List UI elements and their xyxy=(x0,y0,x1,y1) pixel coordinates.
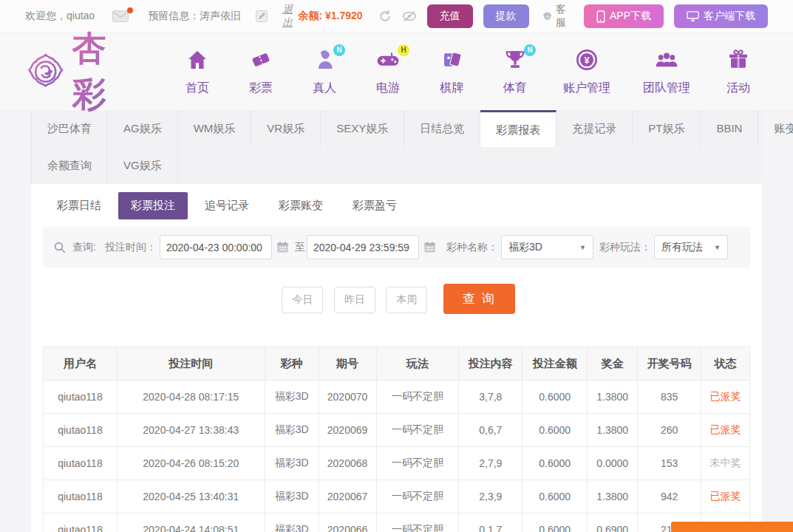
chevron-down-icon: ▼ xyxy=(714,244,721,251)
sub-tabs: 彩票日结 彩票投注 追号记录 彩票账变 彩票盈亏 xyxy=(43,184,750,219)
search-icon xyxy=(53,241,67,254)
edit-icon[interactable] xyxy=(256,10,268,22)
logout-link[interactable]: 退出 xyxy=(282,3,298,30)
floating-widget-bar[interactable] xyxy=(671,522,793,532)
cell-bet-amount: 0.6000 xyxy=(523,480,588,514)
withdraw-button[interactable]: 提款 xyxy=(483,4,529,28)
tab-shaba-sports[interactable]: 沙巴体育 xyxy=(31,110,108,147)
refresh-icon[interactable] xyxy=(378,9,392,24)
lottery-name-select[interactable]: 福彩3D ▼ xyxy=(501,235,593,259)
nav-team[interactable]: 团队管理 xyxy=(630,48,704,96)
cell-lottery: 福彩3D xyxy=(265,480,319,514)
status-badge: 已派奖 xyxy=(701,414,750,447)
reserved-label: 预留信息： xyxy=(148,10,200,23)
subtab-lottery-daily[interactable]: 彩票日结 xyxy=(44,192,114,219)
hide-balance-icon[interactable] xyxy=(401,10,418,23)
cell-bet-time: 2020-04-26 08:15:20 xyxy=(117,447,265,480)
live-icon: N xyxy=(313,48,336,75)
home-icon xyxy=(186,48,209,75)
cell-lottery: 福彩3D xyxy=(265,414,319,447)
brand-name: 杏彩 xyxy=(72,26,123,117)
lottery-name-label: 彩种名称： xyxy=(446,241,498,254)
customer-service[interactable]: 客服 xyxy=(542,3,571,30)
today-button[interactable]: 今日 xyxy=(282,287,323,313)
deposit-button[interactable]: 充值 xyxy=(427,4,473,28)
tab-balance-query[interactable]: 余额查询 xyxy=(31,147,108,184)
subtab-lottery-pnl[interactable]: 彩票盈亏 xyxy=(340,192,409,219)
cell-play-type: 一码不定胆 xyxy=(376,480,459,514)
coin-icon: ¥ xyxy=(575,48,599,75)
col-play-type: 玩法 xyxy=(376,347,459,381)
nav-egames[interactable]: H 电游 xyxy=(359,48,417,96)
play-type-label: 彩种玩法： xyxy=(599,241,651,254)
tab-bbin[interactable]: BBIN xyxy=(701,110,758,147)
tab-deposit-withdraw-records[interactable]: 充提记录 xyxy=(557,110,633,147)
cell-lottery: 福彩3D xyxy=(265,514,319,532)
tab-sexy[interactable]: SEXY娱乐 xyxy=(321,110,404,147)
bets-table: 用户名 投注时间 彩种 期号 玩法 投注内容 投注金额 奖金 开奖号码 状态 q… xyxy=(43,347,750,532)
client-download-button[interactable]: 客户端下载 xyxy=(674,4,768,28)
nav-live[interactable]: N 真人 xyxy=(296,48,353,96)
tab-lottery-report[interactable]: 彩票报表 xyxy=(480,110,557,147)
date-to-input[interactable] xyxy=(307,235,419,259)
tab-vr[interactable]: VR娱乐 xyxy=(251,110,321,147)
tab-pt[interactable]: PT娱乐 xyxy=(633,110,701,147)
brand-logo[interactable]: 杏彩 xyxy=(27,26,123,117)
ticket-icon xyxy=(249,48,273,75)
cell-bet-content: 3,7,8 xyxy=(459,381,523,414)
tab-wm[interactable]: WM娱乐 xyxy=(178,110,252,147)
nav-home[interactable]: 首页 xyxy=(169,48,226,96)
reserved-value: 涛声依旧 xyxy=(200,10,241,23)
subtab-chase-records[interactable]: 追号记录 xyxy=(192,192,262,219)
cell-issue: 2020069 xyxy=(319,414,376,447)
cell-draw-number: 835 xyxy=(638,381,701,414)
nav-sports[interactable]: N 体育 xyxy=(486,48,544,96)
phone-icon xyxy=(596,10,605,23)
tab-account-change-report[interactable]: 账变报表 xyxy=(758,110,793,147)
cell-issue: 2020070 xyxy=(319,381,376,414)
table-header-row: 用户名 投注时间 彩种 期号 玩法 投注内容 投注金额 奖金 开奖号码 状态 xyxy=(44,347,750,381)
cell-username: qiutao118 xyxy=(44,514,118,532)
report-tabs-row2: 余额查询 VG娱乐 xyxy=(31,147,762,184)
nav-lottery[interactable]: 彩票 xyxy=(232,48,290,96)
tab-ag[interactable]: AG娱乐 xyxy=(108,110,178,147)
badge-n: N xyxy=(524,44,536,56)
welcome-text: 欢迎您，qiutao xyxy=(25,10,95,23)
cell-prize: 1.3800 xyxy=(588,381,638,414)
nav-cards[interactable]: 棋牌 xyxy=(423,48,480,96)
yesterday-button[interactable]: 昨日 xyxy=(334,287,375,313)
service-label: 客服 xyxy=(556,3,571,30)
cell-username: qiutao118 xyxy=(44,414,118,447)
badge-h: H xyxy=(398,44,409,56)
cell-play-type: 一码不定胆 xyxy=(376,414,459,447)
cell-bet-amount: 0.6000 xyxy=(523,381,588,414)
this-week-button[interactable]: 本周 xyxy=(386,287,427,313)
col-bet-time: 投注时间 xyxy=(117,347,265,381)
content-panel: 彩票日结 彩票投注 追号记录 彩票账变 彩票盈亏 查询: 投注时间： 至 彩种名… xyxy=(31,184,762,532)
gift-icon xyxy=(726,48,750,75)
nav-account[interactable]: ¥ 账户管理 xyxy=(550,48,624,96)
logo-flower-icon xyxy=(27,45,64,98)
cell-prize: 0.6900 xyxy=(588,514,638,532)
site-header: 杏彩 首页 彩票 N 真人 H 电游 xyxy=(0,33,793,110)
col-username: 用户名 xyxy=(44,347,118,381)
nav-promotions[interactable]: 活动 xyxy=(709,48,767,96)
play-type-select[interactable]: 所有玩法 ▼ xyxy=(654,235,728,259)
col-prize: 奖金 xyxy=(588,347,638,381)
app-download-button[interactable]: APP下载 xyxy=(584,4,664,28)
tab-daily-summary[interactable]: 日结总览 xyxy=(404,110,480,147)
cell-lottery: 福彩3D xyxy=(265,381,319,414)
calendar-icon[interactable] xyxy=(276,241,289,253)
badge-n: N xyxy=(333,44,345,56)
cell-bet-time: 2020-04-25 13:40:31 xyxy=(117,480,265,514)
subtab-lottery-bets[interactable]: 彩票投注 xyxy=(118,192,188,219)
query-button[interactable]: 查 询 xyxy=(443,284,515,314)
subtab-lottery-account[interactable]: 彩票账变 xyxy=(266,192,336,219)
date-from-input[interactable] xyxy=(160,235,272,259)
cell-prize: 0.0000 xyxy=(588,447,638,480)
cell-bet-amount: 0.6000 xyxy=(523,447,588,480)
team-icon xyxy=(654,48,679,75)
tab-vg[interactable]: VG娱乐 xyxy=(108,147,178,184)
mail-icon[interactable] xyxy=(112,10,129,22)
calendar-icon[interactable] xyxy=(423,241,436,253)
